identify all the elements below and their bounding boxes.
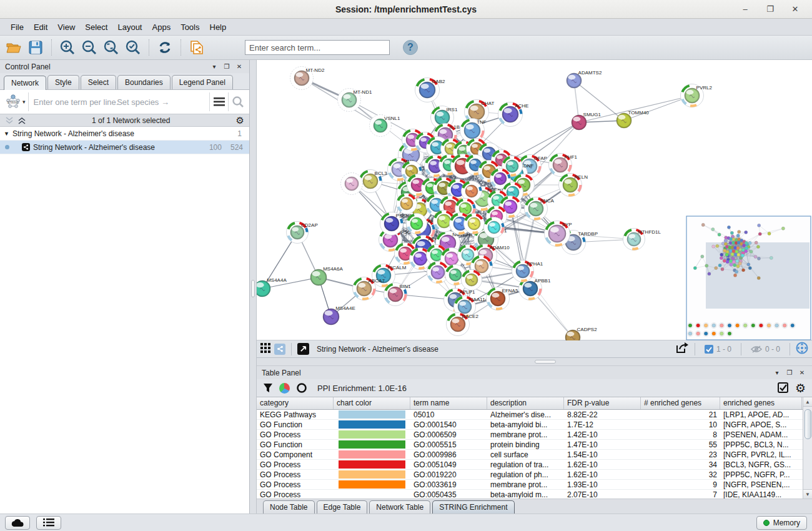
grid-view-icon[interactable]: [260, 343, 270, 355]
panel-menu-icon[interactable]: ▾: [209, 62, 219, 71]
tab-network[interactable]: Network: [4, 76, 46, 90]
network-node-bin1[interactable]: BIN1: [384, 283, 411, 306]
selected-items-checkbox-icon[interactable]: [705, 345, 713, 354]
menu-tools[interactable]: Tools: [176, 21, 204, 34]
hidden-items-eye-icon[interactable]: [751, 345, 762, 354]
table-row[interactable]: GO ProcessGO:0006509membrane prot...1.42…: [257, 430, 803, 440]
gear-icon[interactable]: ⚙: [236, 115, 244, 126]
tree-expand-icon[interactable]: ▼: [4, 131, 12, 137]
import-network-icon[interactable]: [188, 39, 205, 56]
close-button[interactable]: ✕: [785, 2, 806, 16]
table-row[interactable]: GO ProcessGO:0019220regulation of ph...1…: [257, 470, 803, 480]
string-share-icon[interactable]: [274, 344, 285, 355]
close-panel-icon[interactable]: ✕: [234, 62, 244, 71]
scroll-down-icon[interactable]: ▼: [803, 489, 812, 499]
birdseye-overview[interactable]: [686, 216, 811, 340]
zoom-fit-icon[interactable]: [102, 39, 120, 56]
table-row[interactable]: GO ProcessGO:0033619membrane prot...1.93…: [257, 480, 803, 490]
tab-boundaries[interactable]: Boundaries: [117, 75, 171, 89]
tab-network-table[interactable]: Network Table: [369, 500, 430, 514]
column-header-term-name[interactable]: term name: [410, 397, 487, 409]
network-node-bcl3[interactable]: BCL3: [359, 170, 388, 193]
network-node[interactable]: [397, 194, 417, 214]
table-row[interactable]: GO ProcessGO:0051049regulation of tra...…: [257, 460, 803, 470]
query-options-icon[interactable]: [209, 92, 228, 111]
donut-ring-icon[interactable]: [296, 382, 307, 394]
tab-edge-table[interactable]: Edge Table: [317, 500, 368, 514]
network-node-ms4a4e[interactable]: MS4A4E: [323, 305, 355, 325]
select-all-checkbox-icon[interactable]: [778, 382, 789, 394]
network-canvas[interactable]: MT-ND2MT-ND1VSNL1GAB2IRS1CHATACHEIL1BTNF…: [257, 60, 812, 340]
tab-select[interactable]: Select: [81, 75, 116, 89]
zoom-selected-icon[interactable]: [124, 39, 142, 56]
open-file-icon[interactable]: [5, 39, 22, 56]
column-header-category[interactable]: category: [257, 397, 334, 409]
cloud-tasks-button[interactable]: [5, 516, 30, 530]
menu-edit[interactable]: Edit: [29, 21, 52, 34]
filter-icon[interactable]: [263, 383, 273, 393]
help-icon[interactable]: ?: [403, 40, 418, 55]
tab-style[interactable]: Style: [47, 75, 79, 89]
tab-string-enrichment[interactable]: STRING Enrichment: [432, 500, 514, 514]
network-node[interactable]: [341, 173, 363, 195]
task-history-button[interactable]: [36, 516, 61, 530]
column-header--enriched-genes[interactable]: # enriched genes: [641, 397, 720, 409]
birdseye-toggle-icon[interactable]: [796, 342, 808, 356]
close-panel-icon[interactable]: ✕: [797, 369, 807, 377]
network-row[interactable]: String Network - Alzheimer's disease 100…: [0, 141, 249, 154]
column-header-chart-color[interactable]: chart color: [334, 397, 410, 409]
memory-button[interactable]: Memory: [756, 516, 807, 530]
network-node-vsnl1[interactable]: VSNL1: [370, 115, 400, 137]
pie-chart-icon[interactable]: [279, 383, 290, 394]
table-row[interactable]: GO ComponentGO:0009986cell surface1.54E-…: [257, 450, 803, 460]
string-logo-icon[interactable]: STRING ▾: [2, 92, 29, 111]
panel-splitter[interactable]: [250, 60, 257, 514]
scrollbar-thumb[interactable]: [805, 409, 811, 439]
network-node-phf1[interactable]: PHF1: [549, 154, 578, 177]
menu-help[interactable]: Help: [205, 21, 231, 34]
network-node[interactable]: [484, 217, 505, 238]
menu-apps[interactable]: Apps: [148, 21, 176, 34]
network-node-gab2[interactable]: GAB2: [415, 78, 446, 102]
collapse-all-icon[interactable]: [5, 117, 14, 124]
network-node-snca[interactable]: SNCA: [525, 197, 555, 221]
horizontal-splitter[interactable]: [257, 358, 812, 366]
set-species-hint[interactable]: Set species →: [117, 97, 169, 107]
network-collection-row[interactable]: ▼ String Network - Alzheimer's disease 1: [0, 127, 249, 141]
detach-view-icon[interactable]: [297, 343, 309, 355]
menu-view[interactable]: View: [53, 21, 79, 34]
network-node[interactable]: [407, 214, 427, 234]
scroll-up-icon[interactable]: ▲: [803, 397, 812, 407]
splitter-handle[interactable]: [535, 360, 556, 364]
network-node[interactable]: [464, 214, 485, 234]
table-row[interactable]: GO ProcessGO:0050435beta-amyloid m...2.0…: [257, 490, 803, 499]
minimize-button[interactable]: –: [735, 2, 756, 16]
network-node-bace2[interactable]: BACE2: [447, 313, 479, 336]
menu-layout[interactable]: Layout: [113, 21, 146, 34]
tab-node-table[interactable]: Node Table: [263, 500, 315, 514]
table-row[interactable]: KEGG Pathways05010Alzheimer's dise...8.8…: [257, 410, 803, 420]
save-icon[interactable]: [27, 39, 44, 56]
settings-gear-icon[interactable]: ⚙: [795, 381, 806, 395]
zoom-in-icon[interactable]: [59, 39, 76, 56]
maximize-button[interactable]: ❐: [760, 2, 781, 16]
network-node-adamts2[interactable]: ADAMTS2: [567, 70, 602, 88]
network-node-cd2ap[interactable]: CD2AP: [287, 222, 318, 244]
search-icon[interactable]: [228, 92, 247, 111]
menu-select[interactable]: Select: [81, 21, 112, 34]
column-header-description[interactable]: description: [487, 397, 564, 409]
zoom-out-icon[interactable]: [81, 39, 98, 56]
table-scrollbar[interactable]: ▲ ▼: [803, 397, 812, 499]
column-header-fdr-p-value[interactable]: FDR p-value: [564, 397, 641, 409]
export-network-icon[interactable]: [675, 342, 689, 356]
network-node-abca7[interactable]: ABCA7: [353, 277, 385, 300]
float-panel-icon[interactable]: ❐: [785, 369, 795, 377]
network-node-reln[interactable]: RELN: [559, 174, 588, 197]
expand-all-icon[interactable]: [17, 117, 26, 124]
table-row[interactable]: GO FunctionGO:0005515protein binding1.47…: [257, 440, 803, 450]
network-node-mt-nd1[interactable]: MT-ND1: [338, 89, 372, 112]
network-node-pvrl2[interactable]: PVRL2: [681, 84, 713, 107]
network-node-mthfd1l[interactable]: MTHFD1L: [623, 229, 661, 251]
panel-menu-icon[interactable]: ▾: [772, 369, 782, 377]
search-input[interactable]: [245, 40, 390, 55]
